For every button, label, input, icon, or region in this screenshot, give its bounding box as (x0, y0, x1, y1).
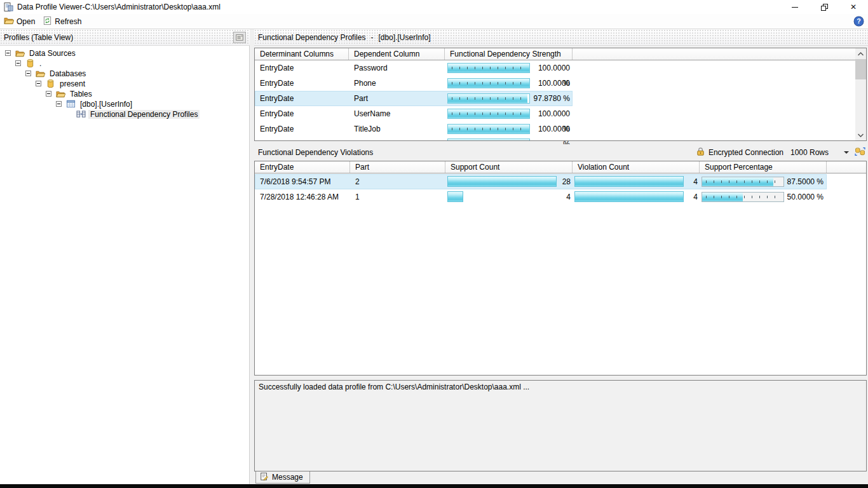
drilldown-icon[interactable] (855, 146, 865, 159)
help-icon: ? (853, 16, 864, 27)
message-tab[interactable]: Message (255, 471, 310, 484)
tree-item-data-sources[interactable]: Data Sources (0, 48, 249, 58)
collapse-expander-icon[interactable] (15, 60, 21, 66)
tree-item-databases[interactable]: Databases (0, 69, 249, 79)
refresh-button[interactable]: Refresh (40, 15, 85, 29)
column-header-violation-count[interactable]: Violation Count (573, 161, 700, 173)
violation-count-bar (574, 191, 684, 202)
violations-grid-header: EntryDate Part Support Count Violation C… (255, 161, 866, 173)
fdp-panel-title: Functional Dependency Profiles (258, 33, 365, 42)
table-row-selected[interactable]: EntryDate Part 97.8780 % (255, 91, 573, 106)
table-row-selected[interactable]: 7/6/2018 9:54:57 PM 2 28 4 87.5000 % (255, 174, 827, 189)
collapse-expander-icon[interactable] (36, 81, 41, 86)
open-button[interactable]: Open (1, 14, 39, 29)
entrydate-cell: 7/6/2018 9:54:57 PM (260, 174, 348, 189)
rows-count-dropdown[interactable]: 1000 Rows (787, 146, 851, 159)
scroll-up-icon[interactable] (855, 48, 866, 59)
profiles-tree: Data Sources . Databases present Tables … (0, 46, 250, 484)
minimize-button[interactable] (780, 0, 810, 14)
determinant-cell: EntryDate (260, 60, 346, 76)
support-count-value: 28 (557, 174, 571, 189)
tree-item-server[interactable]: . (0, 58, 249, 69)
window-title: Data Profile Viewer-C:\Users\Administrat… (17, 3, 220, 11)
column-header-strength[interactable]: Functional Dependency Strength (445, 48, 573, 60)
tree-item-present[interactable]: present (0, 79, 249, 89)
table-row[interactable]: EntryDate UserName 100.0000 % (255, 106, 573, 121)
tree-label[interactable]: Databases (48, 69, 88, 78)
app-icon (3, 2, 13, 12)
collapse-expander-icon[interactable] (46, 91, 51, 97)
title-bar: Data Profile Viewer-C:\Users\Administrat… (0, 0, 868, 14)
refresh-label: Refresh (55, 17, 81, 26)
determinant-cell: EntryDate (260, 91, 346, 106)
violations-grid: EntryDate Part Support Count Violation C… (254, 161, 867, 376)
strength-bar (447, 93, 530, 104)
collapse-expander-icon[interactable] (25, 71, 31, 76)
dependency-profile-icon (76, 109, 86, 119)
column-header-part[interactable]: Part (350, 161, 445, 173)
fdp-panel-header: Functional Dependency Profiles - [dbo].[… (254, 29, 868, 46)
encrypted-connection-label: Encrypted Connection (709, 148, 783, 157)
vertical-scrollbar[interactable] (855, 48, 866, 140)
support-percentage-value: 87.5000 % (785, 174, 824, 189)
table-row[interactable]: 7/28/2018 12:46:28 AM 1 4 4 50.0000 % (255, 189, 827, 205)
scroll-down-icon[interactable] (855, 130, 866, 140)
violations-title: Functional Dependency Violations (258, 148, 373, 157)
strength-value: 97.8780 % (532, 91, 570, 106)
strength-bar (447, 63, 530, 73)
folder-icon (36, 69, 46, 79)
open-folder-icon (4, 15, 14, 27)
column-header-entrydate[interactable]: EntryDate (255, 161, 350, 173)
data-profile-viewer-window: Data Profile Viewer-C:\Users\Administrat… (0, 0, 868, 488)
folder-icon (56, 89, 66, 99)
collapse-expander-icon[interactable] (5, 50, 11, 56)
rows-count-value: 1000 Rows (790, 148, 829, 157)
strength-bar (447, 78, 530, 88)
column-header-support-percentage[interactable]: Support Percentage (700, 161, 827, 173)
restore-button[interactable] (810, 0, 839, 14)
fdp-grid-header: Determinant Columns Dependent Column Fun… (255, 48, 855, 60)
tree-item-tables[interactable]: Tables (0, 89, 249, 99)
determinant-cell: EntryDate (260, 76, 346, 91)
close-button[interactable]: ✕ (839, 0, 868, 14)
tree-label[interactable]: present (58, 79, 87, 88)
tree-label[interactable]: Functional Dependency Profiles (88, 110, 200, 119)
support-count-value: 4 (557, 189, 571, 205)
fdp-profiles-grid: Determinant Columns Dependent Column Fun… (254, 48, 867, 141)
entrydate-cell: 7/28/2018 12:46:28 AM (260, 189, 348, 205)
column-header-determinant[interactable]: Determinant Columns (255, 48, 349, 60)
refresh-icon (43, 16, 52, 27)
tree-item-functional-dependency-profiles[interactable]: Functional Dependency Profiles (0, 109, 249, 119)
column-header-dependent[interactable]: Dependent Column (349, 48, 445, 60)
table-row[interactable]: EntryDate Password 100.0000 % (255, 60, 573, 76)
message-tab-label: Message (272, 473, 303, 482)
table-row[interactable]: EntryDate Phone 100.0000 % (255, 76, 573, 91)
support-percentage-bar (702, 177, 784, 187)
determinant-cell: EntryDate (260, 106, 346, 121)
collapse-expander-icon[interactable] (56, 101, 62, 107)
part-cell: 1 (355, 189, 443, 205)
scrollbar-thumb[interactable] (855, 59, 866, 79)
tree-label[interactable]: Tables (68, 90, 94, 98)
chevron-down-icon (844, 151, 849, 154)
tree-label[interactable]: [dbo].[UserInfo] (78, 100, 134, 109)
tree-label[interactable]: Data Sources (27, 49, 78, 58)
table-row[interactable]: EntryDate TitleJob 100.0000 % (255, 121, 573, 137)
violation-count-bar (574, 176, 684, 187)
help-button[interactable]: ? (853, 16, 864, 27)
support-percentage-bar (702, 192, 784, 202)
table-row-partial[interactable] (255, 137, 573, 140)
dependent-cell: Password (354, 60, 442, 76)
support-count-bar (447, 191, 557, 202)
column-header-support-count[interactable]: Support Count (445, 161, 573, 173)
table-view-button[interactable] (233, 32, 246, 43)
strength-value: 100.0000 % (532, 106, 570, 121)
violations-header: Functional Dependency Violations Encrypt… (254, 144, 868, 161)
toolbar: Open Refresh ? (0, 14, 868, 29)
tree-item-userinfo-table[interactable]: [dbo].[UserInfo] (0, 99, 249, 109)
folder-icon (15, 48, 25, 58)
table-icon (66, 99, 76, 109)
tree-label[interactable]: . (37, 59, 43, 68)
svg-text:?: ? (857, 17, 860, 25)
message-output: Successfully loaded data profile from C:… (254, 380, 867, 471)
